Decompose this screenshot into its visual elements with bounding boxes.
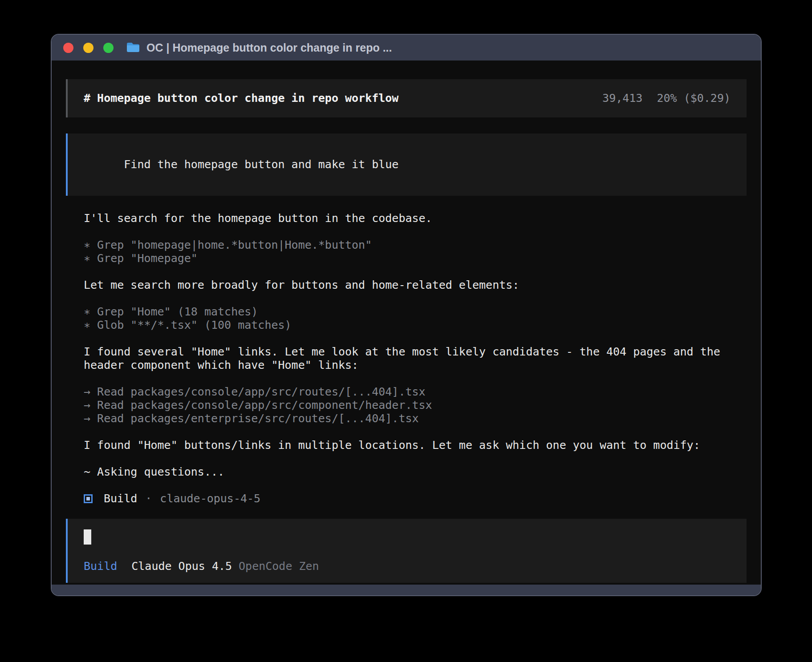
assistant-message: I found "Home" buttons/links in multiple…: [84, 439, 747, 452]
agent-model-id: claude-opus-4-5: [160, 492, 260, 505]
agent-status-row: Build · claude-opus-4-5: [84, 492, 747, 505]
assistant-message: I found several "Home" links. Let me loo…: [84, 345, 747, 372]
window-titlebar[interactable]: OC | Homepage button color change in rep…: [52, 35, 761, 61]
grep-tool-line: ∗ Grep "homepage|home.*button|Home.*butt…: [84, 238, 747, 252]
tool-call-group: ∗ Grep "homepage|home.*button|Home.*butt…: [84, 238, 747, 265]
user-message: Find the homepage button and make it blu…: [66, 133, 747, 196]
glob-tool-line: ∗ Glob "**/*.tsx" (100 matches): [84, 319, 747, 332]
terminal-window: OC | Homepage button color change in rep…: [51, 34, 762, 596]
conversation: I'll search for the homepage button in t…: [84, 212, 747, 505]
assistant-text-line: Let me search more broadly for buttons a…: [84, 279, 747, 292]
agent-separator-dot: ·: [145, 492, 152, 505]
tool-call-group: → Read packages/console/app/src/routes/[…: [84, 385, 747, 425]
provider-label: OpenCode Zen: [239, 560, 319, 573]
read-tool-line: → Read packages/console/app/src/routes/[…: [84, 385, 747, 399]
grep-tool-line: ∗ Grep "Homepage": [84, 252, 747, 265]
close-button[interactable]: [63, 43, 73, 53]
assistant-message: Let me search more broadly for buttons a…: [84, 279, 747, 292]
session-title: # Homepage button color change in repo w…: [84, 92, 398, 105]
session-header: # Homepage button color change in repo w…: [66, 79, 747, 117]
prompt-input[interactable]: Build Claude Opus 4.5 OpenCode Zen: [66, 519, 747, 583]
window-title: OC | Homepage button color change in rep…: [146, 41, 392, 54]
context-usage: 20% ($0.29): [657, 92, 731, 105]
assistant-text-line: header component which have "Home" links…: [84, 359, 747, 372]
window-bottom-edge: [52, 585, 761, 595]
input-status-row: Build Claude Opus 4.5 OpenCode Zen: [84, 560, 731, 573]
model-label: Claude Opus 4.5: [131, 560, 232, 573]
window-controls: [63, 43, 114, 53]
token-count: 39,413: [602, 92, 642, 105]
assistant-text-line: I found several "Home" links. Let me loo…: [84, 345, 747, 359]
asking-questions-status: ~ Asking questions...: [84, 465, 747, 479]
tool-call-group: ∗ Grep "Home" (18 matches) ∗ Glob "**/*.…: [84, 305, 747, 332]
grep-tool-line: ∗ Grep "Home" (18 matches): [84, 305, 747, 319]
assistant-text-line: I'll search for the homepage button in t…: [84, 212, 747, 225]
agent-mode-label: Build: [84, 560, 117, 573]
minimize-button[interactable]: [83, 43, 93, 53]
user-message-text: Find the homepage button and make it blu…: [124, 158, 398, 171]
read-tool-line: → Read packages/enterprise/src/routes/[.…: [84, 412, 747, 425]
terminal-content: # Homepage button color change in repo w…: [52, 61, 761, 585]
assistant-message: I'll search for the homepage button in t…: [84, 212, 747, 225]
text-cursor: [84, 529, 91, 545]
build-agent-icon: [84, 494, 93, 503]
status-message: ~ Asking questions...: [84, 465, 747, 479]
agent-name: Build: [104, 492, 137, 505]
zoom-button[interactable]: [103, 43, 114, 53]
read-tool-line: → Read packages/console/app/src/componen…: [84, 399, 747, 412]
session-stats: 39,413 20% ($0.29): [602, 92, 731, 105]
assistant-text-line: I found "Home" buttons/links in multiple…: [84, 439, 747, 452]
folder-icon: [126, 42, 140, 53]
